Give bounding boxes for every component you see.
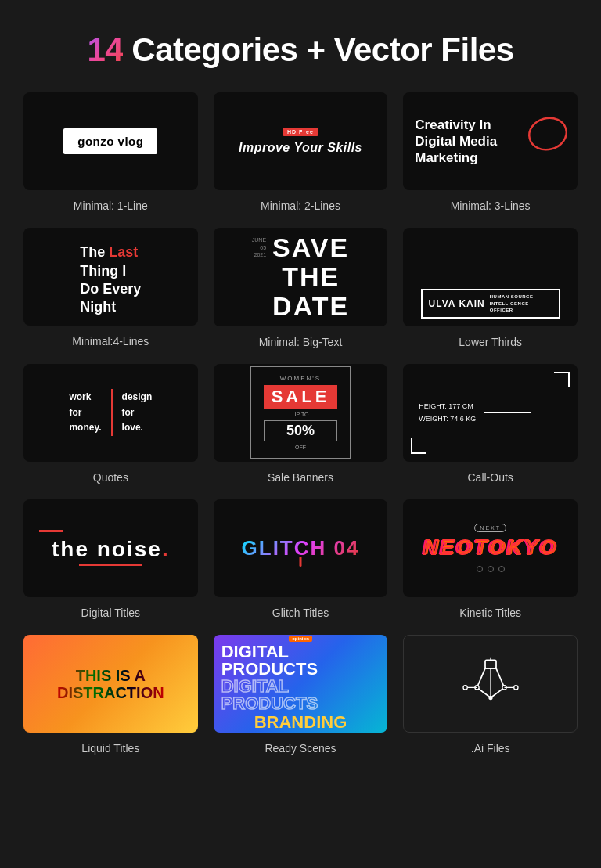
thumbnail-sale-banners: WOMEN'S SALE UP TO 50% OFF <box>214 364 388 462</box>
opinion-logo: opinion <box>289 636 312 642</box>
card-label-kinetic-titles: Kinetic Titles <box>459 607 521 619</box>
card-ai-files[interactable]: .Ai Files <box>403 635 578 755</box>
quote-content: workformoney. designforlove. <box>69 389 152 436</box>
womens-text: WOMEN'S <box>264 375 338 382</box>
circle-decoration-icon <box>527 113 570 156</box>
card-kinetic-titles[interactable]: NEXT NEOTOKYO Kinetic Titles <box>403 499 578 619</box>
title-text: Categories + Vector Files <box>123 31 513 68</box>
card-minimal-1line[interactable]: gonzo vlog Minimal: 1-Line <box>23 92 198 212</box>
lower-third-card: ULVA KAIN HUMAN SOURCEINTELLIGENCE OFFIC… <box>421 289 560 318</box>
thumbnail-minimal-bigtext: JUNE 05 2021 SAVETHEDATE <box>214 228 388 326</box>
callout-stats: HEIGHT: 177 CM WEIGHT: 74.6 KG <box>419 400 476 425</box>
line-connector <box>484 412 531 413</box>
kinetic-dots <box>477 566 505 572</box>
save-the-date-text: SAVETHEDATE <box>272 233 349 321</box>
thumbnail-callouts: HEIGHT: 177 CM WEIGHT: 74.6 KG <box>403 364 578 462</box>
night-text: Night <box>80 299 116 315</box>
kinetic-dot-1 <box>477 566 483 572</box>
kinetic-dot-2 <box>488 566 494 572</box>
sale-box: WOMEN'S SALE UP TO 50% OFF <box>250 366 351 459</box>
thumbnail-kinetic-titles: NEXT NEOTOKYO <box>403 499 578 597</box>
corner-bracket-tr <box>554 372 570 387</box>
thumbnail-quotes: workformoney. designforlove. <box>23 364 198 462</box>
hd-badge: HD Free <box>283 128 318 136</box>
svg-point-10 <box>463 685 467 689</box>
card-label-quotes: Quotes <box>93 471 128 484</box>
card-digital-titles[interactable]: the noise. Digital Titles <box>23 499 198 619</box>
lower-name: ULVA KAIN <box>429 298 485 309</box>
card-label-callouts: Call-Outs <box>467 471 513 484</box>
card-label-ready-scenes: Ready Scenes <box>265 742 336 755</box>
card-sale-banners[interactable]: WOMEN'S SALE UP TO 50% OFF Sale Banners <box>214 364 388 484</box>
quote-divider <box>111 389 113 436</box>
lower-title: HUMAN SOURCEINTELLIGENCE OFFICER <box>490 294 552 313</box>
liquid-title-text: THIS IS ADISTRACTION <box>57 667 164 701</box>
card-label-liquid-titles: Liquid Titles <box>81 742 139 755</box>
card-minimal-2lines[interactable]: HD Free Improve Your Skills Minimal: 2-L… <box>214 92 388 212</box>
vlog-box: gonzo vlog <box>63 128 157 154</box>
glitch-drip <box>299 557 301 567</box>
percent-text: 50% <box>264 420 338 441</box>
page-title: 14 Categories + Vector Files <box>16 31 585 69</box>
thumbnail-lower-thirds: ULVA KAIN HUMAN SOURCEINTELLIGENCE OFFIC… <box>403 228 578 326</box>
thumbnail-minimal-3lines: Creativity In Digital Media Marketing <box>403 92 578 190</box>
thing-text: Thing I <box>80 263 126 279</box>
quote-left: workformoney. <box>69 390 101 435</box>
card-liquid-titles[interactable]: THIS IS ADISTRACTION Liquid Titles <box>23 635 198 755</box>
card-quotes[interactable]: workformoney. designforlove. Quotes <box>23 364 198 484</box>
card-callouts[interactable]: HEIGHT: 177 CM WEIGHT: 74.6 KG Call-Outs <box>403 364 578 484</box>
card-label-minimal-2lines: Minimal: 2-Lines <box>261 200 340 212</box>
card-label-minimal-4lines: Minimal:4-Lines <box>72 335 149 348</box>
date-year: 2021 <box>254 251 267 259</box>
ready-branding: BRANDING <box>254 712 347 733</box>
category-grid: gonzo vlog Minimal: 1-Line HD Free Impro… <box>0 92 601 786</box>
thumbnail-ai-files <box>403 635 578 733</box>
red-lines-deco <box>39 530 63 532</box>
ready-line1: DIGITAL PRODUCTS <box>221 643 380 678</box>
card-label-minimal-3lines: Minimal: 3-Lines <box>451 200 531 212</box>
do-every-text: Do Every <box>80 281 141 297</box>
card-ready-scenes[interactable]: opinion DIGITAL PRODUCTS DIGITAL PRODUCT… <box>214 635 388 755</box>
card-lower-thirds[interactable]: ULVA KAIN HUMAN SOURCEINTELLIGENCE OFFIC… <box>403 228 578 348</box>
thumbnail-glitch-titles: GLITCH 04 <box>214 499 388 597</box>
svg-point-11 <box>513 685 517 689</box>
next-badge: NEXT <box>474 524 506 532</box>
four-lines-text: The Last Thing I Do Every Night <box>80 243 141 317</box>
pen-tool-icon <box>459 657 522 711</box>
digital-title-text: the noise. <box>52 537 170 562</box>
sale-word: SALE <box>264 385 338 409</box>
card-label-glitch-titles: Glitch Titles <box>272 607 329 619</box>
the-text: The <box>80 244 109 260</box>
card-label-bigtext: Minimal: Big-Text <box>259 336 343 348</box>
svg-point-0 <box>527 113 570 153</box>
page-header: 14 Categories + Vector Files <box>0 0 601 92</box>
thumbnail-digital-titles: the noise. <box>23 499 198 597</box>
card-glitch-titles[interactable]: GLITCH 04 Glitch Titles <box>214 499 388 619</box>
svg-point-5 <box>488 696 492 700</box>
thumbnail-minimal-1line: gonzo vlog <box>23 92 198 190</box>
thumbnail-minimal-4lines: The Last Thing I Do Every Night <box>23 228 198 326</box>
card-label-ai-files: .Ai Files <box>471 742 510 755</box>
card-minimal-3lines[interactable]: Creativity In Digital Media Marketing Mi… <box>403 92 578 212</box>
card-label-minimal-1line: Minimal: 1-Line <box>74 200 148 212</box>
weight-stat: WEIGHT: 74.6 KG <box>419 415 476 423</box>
corner-bracket-bl <box>411 438 426 454</box>
two-lines-text: Improve Your Skills <box>239 141 362 155</box>
thumbnail-liquid-titles: THIS IS ADISTRACTION <box>23 635 198 733</box>
svg-rect-1 <box>485 660 496 668</box>
card-label-digital-titles: Digital Titles <box>81 607 140 619</box>
height-stat: HEIGHT: 177 CM <box>419 402 473 410</box>
kinetic-title-text: NEOTOKYO <box>423 535 558 560</box>
title-number: 14 <box>87 31 123 68</box>
last-highlight: Last <box>109 244 138 260</box>
date-june: JUNE <box>252 236 266 244</box>
card-label-sale-banners: Sale Banners <box>268 471 333 484</box>
ready-top-row: opinion <box>289 636 312 642</box>
card-minimal-bigtext[interactable]: JUNE 05 2021 SAVETHEDATE Minimal: Big-Te… <box>214 228 388 348</box>
date-05: 05 <box>260 244 266 252</box>
card-minimal-4lines[interactable]: The Last Thing I Do Every Night Minimal:… <box>23 228 198 348</box>
card-label-lower-thirds: Lower Thirds <box>459 336 522 348</box>
upto-text: UP TO <box>264 412 338 417</box>
kinetic-dot-3 <box>498 566 505 572</box>
off-text: OFF <box>264 445 338 450</box>
